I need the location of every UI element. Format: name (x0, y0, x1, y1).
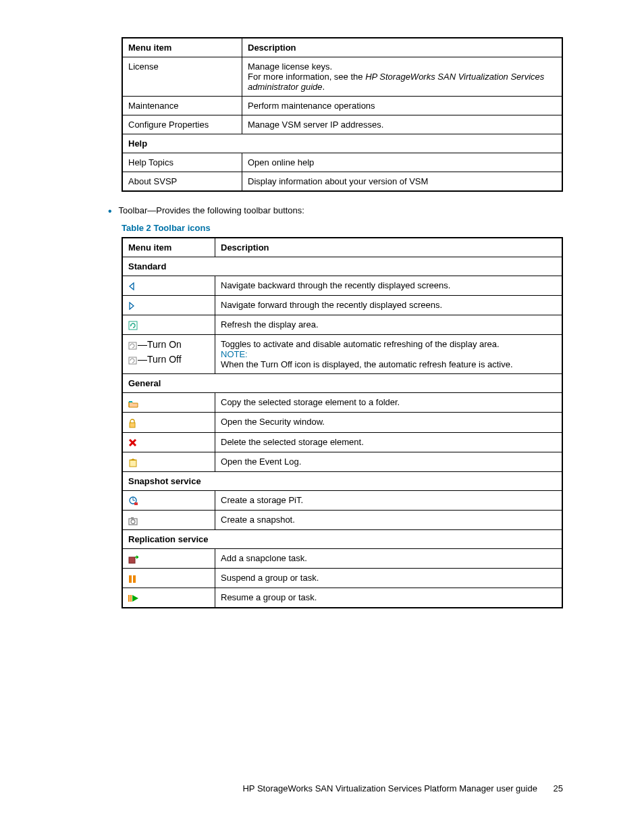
toolbar-icons-table: Menu item Description Standard Navigate … (122, 237, 563, 608)
table2-header-desc: Description (215, 238, 563, 257)
bullet-icon: • (108, 205, 112, 217)
bullet-item: • Toolbar—Provides the following toolbar… (108, 205, 563, 217)
footer-title: HP StorageWorks SAN Virtualization Servi… (242, 783, 537, 793)
svg-rect-18 (131, 517, 134, 519)
svg-rect-10 (130, 460, 136, 467)
table-row: Open the Event Log. (122, 452, 562, 471)
snapshot-icon (122, 511, 215, 530)
menu-item-desc: Manage license keys. For more informatio… (242, 57, 563, 97)
svg-rect-15 (134, 502, 138, 505)
menu-item-label: About SVSP (122, 172, 242, 192)
delete-icon (122, 432, 215, 452)
table-row: Navigate forward through the recently di… (122, 296, 562, 315)
table-row: Delete the selected storage element. (122, 432, 562, 452)
menu-item-desc: Refresh the display area. (215, 315, 563, 335)
svg-marker-1 (130, 303, 134, 309)
pit-icon (122, 490, 215, 510)
svg-rect-22 (128, 595, 130, 602)
svg-rect-6 (129, 401, 132, 402)
svg-rect-19 (129, 557, 135, 563)
menu-item-desc: Suspend a group or task. (215, 569, 563, 588)
table-row: —Turn On —Turn Off Toggles to activate a… (122, 335, 562, 374)
menu-item-label: Help Topics (122, 153, 242, 172)
section-header-standard: Standard (122, 257, 562, 276)
table-row: Create a storage PiT. (122, 490, 562, 510)
table-row: Resume a group or task. (122, 588, 562, 608)
table-row: Create a snapshot. (122, 511, 562, 530)
refresh-off-icon (128, 357, 138, 365)
note-label: NOTE: (221, 349, 556, 359)
folder-icon (122, 393, 215, 413)
snapclone-icon (122, 549, 215, 569)
svg-point-17 (131, 519, 135, 523)
table-row: Help Topics Open online help (122, 153, 562, 172)
page-number: 25 (554, 783, 563, 793)
menu-item-desc: Add a snapclone task. (215, 549, 563, 569)
table1-header-menu: Menu item (122, 38, 242, 57)
menu-item-desc: Open the Security window. (215, 413, 563, 432)
menu-item-desc: Manage VSM server IP addresses. (242, 115, 563, 134)
table-row: Navigate backward through the recently d… (122, 276, 562, 296)
page-footer: HP StorageWorks SAN Virtualization Servi… (242, 783, 563, 793)
section-header-replication: Replication service (122, 530, 562, 549)
suspend-icon (122, 569, 215, 588)
menu-item-desc: Copy the selected storage element to a f… (215, 393, 563, 413)
table2-header-menu: Menu item (122, 238, 215, 257)
svg-rect-21 (133, 575, 136, 583)
menu-items-table: Menu item Description License Manage lic… (122, 37, 563, 192)
menu-item-desc: Navigate backward through the recently d… (215, 276, 563, 296)
refresh-icon (122, 315, 215, 335)
menu-item-desc: Resume a group or task. (215, 588, 563, 608)
table2-caption: Table 2 Toolbar icons (122, 223, 563, 233)
section-header-help: Help (122, 134, 562, 153)
table-row: Maintenance Perform maintenance operatio… (122, 97, 562, 115)
table-row: About SVSP Display information about you… (122, 172, 562, 192)
menu-item-label: License (122, 57, 242, 97)
svg-rect-7 (130, 423, 135, 427)
section-header-general: General (122, 374, 562, 393)
resume-icon (122, 588, 215, 608)
menu-item-desc: Create a snapshot. (215, 511, 563, 530)
table-row: License Manage license keys. For more in… (122, 57, 562, 97)
lock-icon (122, 413, 215, 432)
eventlog-icon (122, 452, 215, 471)
menu-item-desc: Create a storage PiT. (215, 490, 563, 510)
table-row: Configure Properties Manage VSM server I… (122, 115, 562, 134)
menu-item-desc: Navigate forward through the recently di… (215, 296, 563, 315)
table-row: Open the Security window. (122, 413, 562, 432)
svg-marker-0 (130, 283, 134, 290)
menu-item-desc: Display information about your version o… (242, 172, 563, 192)
svg-rect-20 (129, 575, 132, 583)
svg-rect-23 (130, 595, 132, 602)
menu-item-label: Maintenance (122, 97, 242, 115)
table-row: Copy the selected storage element to a f… (122, 393, 562, 413)
section-header-snapshot: Snapshot service (122, 471, 562, 490)
menu-item-desc: Perform maintenance operations (242, 97, 563, 115)
bullet-text: Toolbar—Provides the following toolbar b… (119, 205, 304, 215)
table1-header-desc: Description (242, 38, 563, 57)
table-row: Refresh the display area. (122, 315, 562, 335)
menu-item-desc: Open the Event Log. (215, 452, 563, 471)
menu-item-label: Configure Properties (122, 115, 242, 134)
menu-item-desc: Toggles to activate and disable automati… (215, 335, 563, 374)
menu-item-desc: Delete the selected storage element. (215, 432, 563, 452)
table-row: Add a snapclone task. (122, 549, 562, 569)
svg-marker-24 (132, 595, 138, 602)
menu-item-desc: Open online help (242, 153, 563, 172)
back-icon (122, 276, 215, 296)
forward-icon (122, 296, 215, 315)
table-row: Suspend a group or task. (122, 569, 562, 588)
svg-rect-2 (129, 321, 137, 330)
refresh-on-icon (128, 342, 138, 350)
